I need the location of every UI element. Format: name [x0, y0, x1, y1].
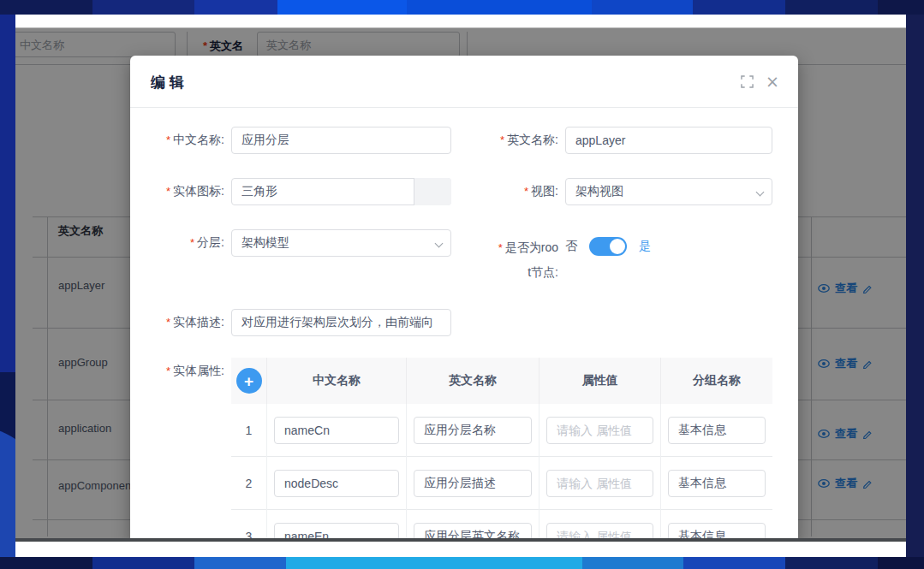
cn-name-input[interactable]	[231, 127, 451, 154]
top-decor-band	[0, 0, 924, 15]
attr-group-input[interactable]	[668, 417, 766, 444]
required-asterisk: *	[166, 316, 170, 329]
layer-select[interactable]	[231, 229, 451, 257]
required-asterisk: *	[524, 185, 528, 198]
col-header-attr-value: 属性值	[539, 358, 661, 404]
entity-desc-label: *实体描述:	[130, 315, 224, 330]
en-name-input[interactable]	[565, 127, 772, 154]
bottom-decor-band	[0, 557, 924, 569]
attribute-row: 3	[231, 510, 772, 542]
attribute-row: 2	[231, 457, 772, 510]
is-root-toggle[interactable]	[589, 237, 627, 256]
app-window: *英文名 英文名称 appLayer appGroup application …	[15, 15, 906, 542]
required-asterisk: *	[498, 241, 503, 254]
divider	[130, 107, 798, 108]
entity-desc-input[interactable]	[231, 309, 451, 336]
attributes-table: + 中文名称 英文名称 属性值 分组名称 1 2 3	[231, 358, 772, 542]
entity-icon-label: *实体图标:	[130, 184, 224, 199]
toggle-off-label: 否	[565, 239, 577, 254]
decor-curve	[0, 425, 15, 557]
left-decor-strip	[0, 15, 15, 557]
right-decor-strip	[906, 15, 924, 557]
attr-group-input[interactable]	[668, 470, 766, 497]
required-asterisk: *	[166, 365, 170, 377]
is-root-label: *是否为roo t节点:	[471, 235, 558, 284]
attr-en-name-input[interactable]	[414, 470, 532, 497]
col-header-cn-name: 中文名称	[267, 358, 407, 404]
col-header-en-name: 英文名称	[407, 358, 539, 404]
fullscreen-icon[interactable]	[741, 75, 754, 88]
view-select[interactable]	[565, 178, 772, 205]
edit-modal: 编辑 × *中文名称: *英文名称: *实体图标:	[130, 56, 798, 542]
attr-cn-name-input[interactable]	[274, 417, 399, 444]
attribute-row: 1	[231, 404, 772, 457]
required-asterisk: *	[190, 236, 194, 249]
entity-attrs-label: *实体属性:	[130, 364, 224, 379]
row-index: 2	[246, 477, 253, 490]
view-label: *视图:	[471, 184, 558, 199]
row-index: 1	[246, 424, 253, 437]
required-asterisk: *	[500, 133, 504, 146]
cn-name-label: *中文名称:	[130, 133, 224, 148]
col-header-group-name: 分组名称	[661, 358, 772, 404]
icon-picker-button[interactable]	[414, 178, 451, 205]
app-bottom-edge	[15, 538, 906, 542]
app-top-bar	[15, 15, 906, 28]
close-icon[interactable]: ×	[766, 74, 779, 88]
toggle-on-label: 是	[639, 239, 651, 254]
required-asterisk: *	[166, 133, 170, 146]
attributes-table-header: + 中文名称 英文名称 属性值 分组名称	[231, 358, 772, 404]
attr-en-name-input[interactable]	[414, 417, 532, 444]
layer-label: *分层:	[130, 235, 224, 251]
required-asterisk: *	[166, 185, 170, 198]
attr-cn-name-input[interactable]	[274, 470, 399, 497]
attr-value-input[interactable]	[546, 417, 653, 444]
attr-value-input[interactable]	[546, 470, 653, 497]
add-attribute-button[interactable]: +	[236, 368, 262, 394]
modal-title: 编辑	[151, 73, 188, 92]
bottom-white-strip	[15, 542, 906, 557]
toggle-knob	[610, 239, 625, 254]
en-name-label: *英文名称:	[471, 133, 558, 148]
